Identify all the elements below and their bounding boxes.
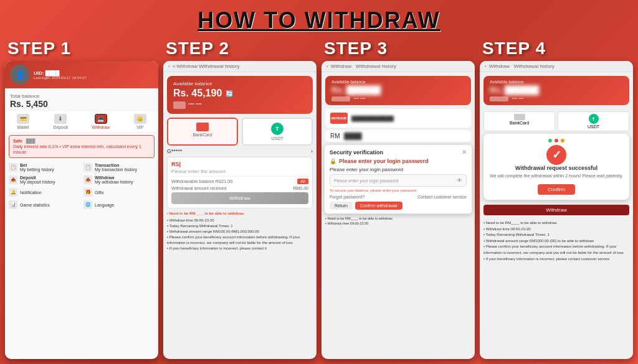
nav-vip[interactable]: 👑 VIP (134, 114, 146, 129)
step3-balance-amount: Rs. ██████ (331, 85, 465, 95)
nav-wallet[interactable]: 💳 Wallet (17, 114, 29, 129)
step-4-phone: ‹ Withdraw Withdrawal history Available … (480, 61, 633, 359)
step4-balance-bottom: •••• •••• (490, 96, 623, 101)
security-warning: To secure your balance, please enter you… (330, 189, 467, 192)
step-4: STEP 4 ‹ Withdraw Withdrawal history Ava… (480, 39, 633, 359)
lock-row: 🔒 Please enter your login password (330, 158, 467, 164)
step2-balance-amount: Rs. 45,190 (173, 88, 222, 99)
success-confirm-button[interactable]: Confirm (538, 184, 575, 195)
success-icon: ✓ (546, 145, 566, 165)
step-3-label: STEP 3 (321, 39, 475, 58)
checkmark-icon: ✓ (552, 148, 561, 162)
back-arrow[interactable]: ‹ (168, 63, 170, 69)
withdraw-button[interactable]: Withdraw (171, 192, 308, 204)
step3-dots: •••• •••• (354, 96, 365, 101)
available-label: Available balance (173, 81, 307, 86)
step4-card-placeholder (490, 96, 508, 101)
step3-back-arrow[interactable]: ‹ (326, 63, 328, 69)
dot-yellow (561, 139, 564, 142)
page-title: HOW TO WITHDRAW (0, 7, 638, 34)
refresh-icon[interactable]: 🔄 (226, 90, 233, 97)
step1-nav: 💳 Wallet ⬇ Deposit 💻 Withdraw 👑 VIP (5, 111, 158, 133)
menu-language[interactable]: 🌐 Language (83, 200, 155, 209)
nav-withdraw[interactable]: 💻 Withdraw (92, 114, 110, 129)
step3-amount-row: RM ████ (325, 130, 471, 142)
amount-placeholder[interactable]: Please enter the amount (171, 169, 308, 177)
step-2-label: STEP 2 (163, 39, 317, 58)
step1-header: 👤 UID: ████ Last login: 2024-03-17 19:54… (5, 61, 158, 88)
menu-withdraw-hist-label: WithdrawMy withdraw history (95, 175, 133, 184)
security-field[interactable]: Please enter your login password 👁 (330, 174, 467, 187)
confirm-withdrawal-button[interactable]: Confirm withdrawal (355, 202, 402, 210)
menu-transaction-label: TransactionMy transaction history (95, 163, 137, 172)
tab-usdt-label: USDT (271, 136, 283, 141)
maybank-logo: MAYBANK (330, 113, 348, 124)
security-modal: Security verification ✕ 🔒 Please enter y… (324, 144, 472, 214)
step4-bankcard-tab: BankCard (483, 111, 555, 131)
card-icon (173, 101, 186, 109)
tab-bankcard[interactable]: BankCard (167, 118, 238, 146)
gifts-label: Gifts (95, 190, 103, 195)
menu-gifts[interactable]: 🎁 Gifts (83, 188, 155, 197)
balance-amount: Rs. 5,450 (10, 99, 153, 109)
menu-deposit[interactable]: 📥 DepositMy deposit history (9, 175, 80, 184)
nav-wallet-label: Wallet (17, 125, 29, 129)
amount-row: Withdrawal amount received RM0.00 (171, 186, 308, 190)
menu-notification[interactable]: 🔔 Notification (9, 188, 80, 197)
step2-account: G***** › (163, 148, 317, 154)
safe-banner-text: Daily interest rate 0.1% • VIP extra int… (13, 144, 141, 154)
step-3: STEP 3 ‹ Withdraw Withdrawal history Ava… (321, 39, 475, 359)
menu-row-1: 📋 BetMy betting history 📋 TransactionMy … (9, 163, 155, 172)
bankcard-icon (196, 123, 209, 131)
contact-service[interactable]: Contact customer service (417, 195, 467, 199)
menu-game-stats[interactable]: 📊 Game statistics (9, 200, 80, 209)
step4-balance-amount: Rs. ██████ (490, 85, 623, 95)
forgot-password[interactable]: Forgot password? (330, 195, 364, 199)
lock-icon: 🔒 (330, 158, 336, 164)
step2-top-bar: ‹ < Withdraw Withdrawal history (163, 61, 317, 72)
step4-usdt-tab: T USDT (558, 111, 629, 131)
account-number: G***** (167, 148, 183, 154)
security-buttons: Return Confirm withdrawal (330, 202, 467, 210)
close-icon[interactable]: ✕ (462, 149, 467, 156)
step-1-label: STEP 1 (5, 39, 158, 58)
notification-icon: 🔔 (9, 188, 17, 197)
step2-notes: • Need to be RM____ to be able to withdr… (163, 208, 317, 254)
steps-row: STEP 1 👤 UID: ████ Last login: 2024-03-1… (0, 39, 638, 364)
menu-row-4: 📊 Game statistics 🌐 Language (9, 200, 155, 209)
menu-row-2: 📥 DepositMy deposit history 📤 WithdrawMy… (9, 175, 155, 184)
step3-card-placeholder (331, 96, 350, 101)
step4-back-arrow[interactable]: ‹ (485, 63, 487, 69)
step4-top-bar-text: Withdraw Withdrawal history (489, 63, 555, 69)
rs-label: RS| (171, 161, 308, 167)
all-button[interactable]: All (297, 179, 308, 184)
step4-withdraw-btn[interactable]: Withdraw (483, 205, 629, 215)
menu-transaction[interactable]: 📋 TransactionMy transaction history (83, 163, 155, 172)
last-login-label: Last login: 2024-03-17 19:54:37 (34, 76, 153, 80)
note-range: • Withdrawal amount range RM100.00-RM1,0… (167, 229, 313, 235)
step1-menu: 📋 BetMy betting history 📋 TransactionMy … (5, 161, 158, 359)
menu-withdraw-hist[interactable]: 📤 WithdrawMy withdraw history (83, 175, 155, 184)
game-stats-label: Game statistics (20, 203, 50, 207)
note-warning: • Need to be RM____ to be able to withdr… (167, 211, 313, 217)
return-button[interactable]: Return (330, 202, 353, 210)
transaction-icon: 📋 (83, 163, 92, 172)
step2-tabs: BankCard T USDT (163, 118, 317, 146)
step1-balance: Total balance Rs. 5,450 (5, 88, 158, 111)
step4-balance-card: Available balance Rs. ██████ •••• •••• (483, 76, 629, 105)
game-stats-icon: 📊 (9, 200, 17, 209)
step4-note-5: Please confirm your beneficiary account … (483, 244, 629, 256)
menu-bet[interactable]: 📋 BetMy betting history (9, 163, 80, 172)
eye-icon[interactable]: 👁 (457, 177, 462, 184)
usdt-icon: T (271, 123, 283, 135)
step-2: STEP 2 ‹ < Withdraw Withdrawal history A… (163, 39, 317, 359)
success-modal: ✓ Withdrawal request successful We will … (483, 134, 629, 200)
step-2-phone: ‹ < Withdraw Withdrawal history Availabl… (163, 61, 317, 359)
header: HOW TO WITHDRAW (0, 0, 638, 39)
nav-deposit[interactable]: ⬇ Deposit (53, 114, 68, 129)
step4-note-6: If your beneficiary information is incor… (483, 256, 629, 263)
wallet-icon: 💳 (17, 114, 29, 124)
step3-note-2: Withdraw time 09:00-23:30 (325, 221, 471, 226)
security-header: Security verification ✕ (330, 149, 467, 156)
tab-usdt[interactable]: T USDT (242, 118, 313, 146)
